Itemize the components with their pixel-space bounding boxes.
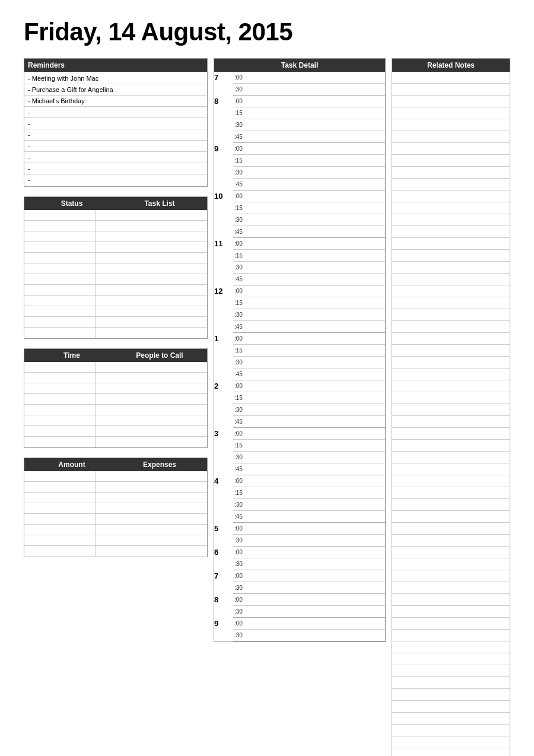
note-line (392, 96, 510, 107)
task-status-cell (24, 221, 96, 231)
hour-label: 8 (214, 96, 233, 143)
task-row (24, 285, 207, 296)
expense-row (24, 535, 207, 546)
slot-label: :00 (233, 98, 249, 104)
hour-label: 12 (214, 285, 233, 333)
note-line (392, 321, 510, 333)
slot-content (249, 409, 385, 411)
call-row (24, 362, 207, 373)
slot-content (249, 172, 385, 173)
slot-content (249, 338, 385, 339)
note-line (392, 107, 510, 119)
task-status-cell (24, 253, 96, 263)
task-row (24, 210, 207, 221)
task-row (24, 263, 207, 274)
hour-label: 4 (214, 475, 233, 523)
slot-content (249, 504, 385, 506)
task-row (24, 317, 207, 328)
task-status-cell (24, 274, 96, 284)
time-slot: :45 (233, 179, 385, 190)
note-line (392, 535, 510, 547)
slot-content (249, 350, 385, 351)
slot-label: :00 (233, 240, 249, 247)
hour-group: 7:00:30 (214, 72, 385, 96)
expenses-desc-header: Expenses (116, 460, 204, 469)
note-line (392, 72, 510, 84)
reminder-item: - (24, 163, 207, 174)
slot-content (249, 125, 385, 126)
slot-content (249, 540, 385, 541)
hour-group: 12:00:15:30:45 (214, 285, 385, 333)
time-slot: :30 (233, 452, 385, 463)
time-slot: :00 (233, 523, 385, 535)
task-name-cell (96, 253, 207, 263)
slot-label: :00 (233, 145, 249, 152)
note-line (392, 357, 510, 369)
slot-content (249, 398, 385, 399)
time-slots: :00:30 (233, 523, 385, 547)
reminder-item: - (24, 118, 207, 129)
note-line (392, 463, 510, 475)
time-slot: :00 (233, 570, 385, 582)
note-line (392, 119, 510, 131)
time-slots: :00:15:30:45 (233, 428, 385, 475)
call-row (24, 373, 207, 383)
slot-label: :00 (233, 74, 249, 81)
slot-label: :00 (233, 478, 249, 484)
time-slot: :00 (233, 547, 385, 558)
slot-label: :15 (233, 110, 249, 116)
hour-group: 6:00:30 (214, 547, 385, 570)
note-line (392, 630, 510, 641)
slot-content (249, 623, 385, 624)
slot-content (249, 611, 385, 612)
slot-content (249, 77, 385, 78)
slot-label: :30 (233, 312, 249, 318)
call-time-cell (24, 405, 96, 415)
hour-label: 10 (214, 190, 233, 238)
task-status-cell (24, 263, 96, 274)
slot-label: :30 (233, 608, 249, 615)
note-line (392, 380, 510, 392)
time-slot: :00 (233, 285, 385, 297)
slot-label: :45 (233, 323, 249, 330)
time-slot: :00 (233, 96, 385, 107)
note-line (392, 713, 510, 725)
reminders-header: Reminders (24, 59, 207, 72)
note-line (392, 558, 510, 570)
time-slot: :15 (233, 440, 385, 452)
time-slot: :00 (233, 594, 385, 606)
hour-group: 9:00:30 (214, 618, 385, 641)
hour-group: 5:00:30 (214, 523, 385, 547)
hour-group: 7:00:30 (214, 570, 385, 594)
hour-label: 1 (214, 333, 233, 380)
note-line (392, 238, 510, 250)
slot-label: :30 (233, 406, 249, 413)
slot-label: :30 (233, 264, 249, 271)
time-slots: :00:15:30:45 (233, 143, 385, 190)
expense-amount-cell (24, 546, 96, 557)
expense-desc-cell (96, 493, 207, 503)
slot-label: :45 (233, 181, 249, 188)
time-slot: :15 (233, 107, 385, 119)
task-name-cell (96, 263, 207, 274)
task-status-cell (24, 242, 96, 252)
expense-desc-cell (96, 535, 207, 545)
time-slots: :00:15:30:45 (233, 190, 385, 238)
call-time-cell (24, 437, 96, 447)
time-slot: :30 (233, 630, 385, 641)
slot-content (249, 433, 385, 434)
right-column: Related Notes (392, 58, 510, 756)
slot-label: :45 (233, 418, 249, 425)
note-line (392, 416, 510, 428)
note-line (392, 297, 510, 309)
reminders-list: - Meeting with John Mac- Purchase a Gift… (24, 72, 207, 186)
expense-desc-cell (96, 514, 207, 524)
note-line (392, 653, 510, 665)
note-line (392, 511, 510, 523)
time-slots: :00:15:30:45 (233, 333, 385, 380)
slot-label: :30 (233, 454, 249, 460)
note-line (392, 523, 510, 535)
slot-label: :30 (233, 501, 249, 508)
call-time-cell (24, 362, 96, 372)
call-name-cell (96, 394, 207, 404)
